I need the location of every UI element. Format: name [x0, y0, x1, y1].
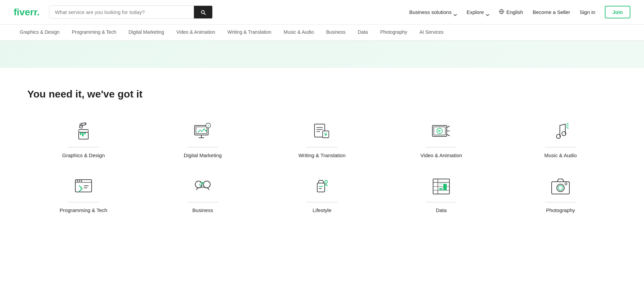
nav-right: Business solutions Explore English Becom…: [409, 6, 630, 18]
search-button[interactable]: [194, 6, 212, 18]
language-link[interactable]: English: [499, 9, 523, 15]
category-card[interactable]: Writing & Translation: [266, 117, 378, 162]
category-card-label: Video & Animation: [420, 152, 462, 158]
logo-text: fiverr: [14, 7, 37, 17]
header: fiverr. Business solutions Explore E: [0, 0, 644, 25]
svg-rect-4: [84, 132, 86, 134]
business-icon: [187, 175, 218, 203]
category-nav-item[interactable]: Photography: [374, 25, 413, 40]
svg-point-31: [79, 180, 80, 182]
data-icon: [426, 175, 457, 203]
svg-point-32: [81, 180, 82, 182]
category-grid: Graphics & Design Digital Marketing Writ…: [27, 117, 617, 216]
category-nav-item[interactable]: Writing & Translation: [221, 25, 278, 40]
category-card-label: Graphics & Design: [62, 152, 105, 158]
category-nav-item[interactable]: Graphics & Design: [14, 25, 66, 40]
category-card-label: Photography: [546, 207, 575, 213]
category-card[interactable]: Lifestyle: [266, 172, 378, 216]
join-button[interactable]: Join: [605, 6, 630, 18]
music-audio-icon: [545, 120, 576, 148]
category-card-label: Data: [436, 207, 447, 213]
category-card-label: Lifestyle: [312, 207, 331, 213]
category-nav-item[interactable]: Business: [320, 25, 352, 40]
explore-label: Explore: [466, 9, 484, 15]
business-solutions-link[interactable]: Business solutions: [409, 9, 457, 15]
hero-banner: [0, 41, 644, 68]
digital-marketing-icon: [187, 120, 218, 148]
svg-line-24: [447, 134, 449, 136]
category-nav-item[interactable]: Programming & Tech: [66, 25, 122, 40]
category-card-label: Digital Marketing: [184, 152, 222, 158]
category-card-label: Writing & Translation: [298, 152, 346, 158]
globe-icon: [499, 9, 504, 15]
svg-rect-6: [79, 130, 88, 132]
category-card[interactable]: Programming & Tech: [27, 172, 140, 216]
svg-point-33: [195, 181, 202, 188]
video-animation-icon: [426, 120, 457, 148]
category-nav: Graphics & DesignProgramming & TechDigit…: [0, 25, 644, 41]
svg-rect-47: [439, 188, 443, 190]
category-card[interactable]: Music & Audio: [504, 117, 617, 162]
search-input[interactable]: [49, 6, 194, 18]
category-nav-item[interactable]: Music & Audio: [278, 25, 320, 40]
graphics-design-icon: [68, 120, 99, 148]
search-icon: [200, 9, 206, 15]
category-card[interactable]: Photography: [504, 172, 617, 216]
chevron-down-icon: [454, 11, 457, 13]
svg-point-30: [77, 180, 78, 182]
svg-rect-35: [317, 183, 325, 192]
become-seller-link[interactable]: Become a Seller: [533, 9, 570, 15]
category-nav-item[interactable]: AI Services: [413, 25, 450, 40]
category-card[interactable]: Business: [147, 172, 259, 216]
svg-rect-3: [82, 132, 83, 136]
category-card-label: Business: [193, 207, 213, 213]
svg-rect-49: [439, 183, 443, 184]
svg-rect-48: [443, 184, 447, 190]
business-solutions-label: Business solutions: [409, 9, 451, 15]
logo[interactable]: fiverr.: [14, 7, 40, 18]
explore-link[interactable]: Explore: [466, 9, 489, 15]
category-card[interactable]: Graphics & Design: [27, 117, 140, 162]
logo-dot: .: [37, 7, 40, 17]
lifestyle-icon: [307, 175, 337, 203]
svg-point-52: [558, 185, 563, 190]
category-card[interactable]: Video & Animation: [385, 117, 497, 162]
category-card-label: Programming & Tech: [60, 207, 107, 213]
writing-translation-icon: [307, 120, 337, 148]
category-nav-item[interactable]: Data: [352, 25, 374, 40]
main-content: You need it, we've got it Graphics & Des…: [0, 68, 644, 237]
svg-line-23: [447, 126, 449, 128]
category-card[interactable]: Digital Marketing: [147, 117, 259, 162]
search-bar: [49, 5, 213, 19]
category-nav-item[interactable]: Video & Animation: [170, 25, 221, 40]
category-card[interactable]: Data: [385, 172, 497, 216]
svg-point-12: [205, 130, 207, 132]
language-label: English: [506, 9, 523, 15]
svg-rect-18: [323, 131, 329, 138]
programming-tech-icon: [68, 175, 99, 203]
svg-point-53: [565, 183, 567, 185]
svg-rect-2: [80, 132, 81, 135]
svg-line-41: [326, 184, 327, 186]
photography-icon: [545, 175, 576, 203]
svg-point-38: [325, 180, 327, 183]
svg-point-34: [203, 181, 210, 188]
section-title: You need it, we've got it: [27, 88, 617, 100]
chevron-down-icon-2: [486, 11, 489, 13]
category-card-label: Music & Audio: [544, 152, 577, 158]
category-nav-item[interactable]: Digital Marketing: [122, 25, 170, 40]
sign-in-link[interactable]: Sign in: [580, 9, 595, 15]
